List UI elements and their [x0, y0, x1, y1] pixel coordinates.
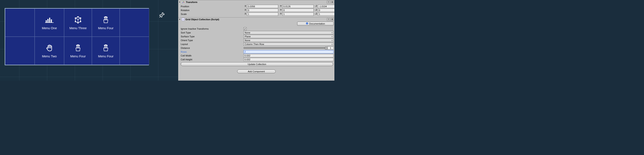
chevron-down-icon: ▾	[332, 32, 332, 34]
menu-one-label: Menu One	[42, 26, 57, 30]
svg-rect-4	[45, 22, 54, 23]
menu-cell-two[interactable]: Menu Two	[34, 37, 64, 65]
svg-point-33	[106, 45, 106, 45]
svg-point-23	[76, 45, 77, 46]
transform-icon	[182, 0, 185, 4]
grid-collection-header[interactable]: ▼ C# Grid Object Collection (Script) ? ⚙	[178, 17, 334, 21]
position-row: Position X Y Z	[181, 4, 334, 8]
rotation-row: Rotation X Y Z	[181, 8, 334, 12]
svg-rect-0	[46, 20, 47, 22]
help-button[interactable]: ?	[327, 18, 330, 21]
script-icon: C#	[182, 18, 184, 21]
transform-component: ▼ Transform ? ⚙ Position X Y Z	[178, 0, 334, 17]
position-label: Position	[181, 5, 243, 8]
distance-value[interactable]: 1	[328, 46, 334, 50]
scene-viewport[interactable]: Menu One Menu Three Menu Four Menu Two	[0, 0, 178, 81]
scale-x-input[interactable]	[247, 12, 278, 16]
rows-row: Rows	[181, 50, 334, 54]
slider-thumb[interactable]	[325, 47, 327, 49]
svg-point-34	[107, 45, 108, 46]
menu-cell-four-b[interactable]: Menu Four	[64, 37, 92, 65]
orient-type-value: None	[245, 39, 250, 42]
menu-cell-four-a[interactable]: Menu Four	[92, 8, 120, 37]
svg-rect-1	[48, 19, 48, 22]
distance-label: Distance	[181, 47, 243, 49]
svg-line-38	[182, 2, 183, 3]
svg-point-32	[105, 45, 106, 45]
update-collection-label: Update Collection	[248, 63, 266, 65]
cell-width-row: Cell Width	[181, 54, 334, 58]
rows-label: Rows	[181, 50, 243, 53]
position-x-input[interactable]	[247, 5, 278, 8]
sort-type-row: Sort Type None▾	[181, 31, 334, 34]
surface-type-value: Plane	[245, 35, 251, 38]
ignore-inactive-label: Ignore Inactive Transforms	[181, 27, 243, 30]
add-component-label: Add Component	[248, 70, 265, 73]
scale-row: Scale X Y Z	[181, 12, 334, 16]
distance-row: Distance 1	[181, 46, 334, 50]
scale-z-input[interactable]	[318, 12, 334, 16]
rotation-y-input[interactable]	[282, 8, 314, 12]
orient-type-label: Orient Type	[181, 39, 243, 42]
menu-cell-four-c[interactable]: Menu Four	[92, 37, 120, 65]
menu-cell-one[interactable]: Menu One	[34, 8, 64, 37]
menu-three-label: Menu Three	[70, 26, 87, 30]
orient-type-dropdown[interactable]: None▾	[244, 39, 334, 42]
svg-point-25	[78, 45, 79, 45]
update-collection-button[interactable]: Update Collection	[181, 62, 333, 66]
position-y-input[interactable]	[282, 5, 314, 8]
foldout-icon[interactable]: ▼	[179, 1, 181, 3]
axis-x-label: X	[244, 5, 246, 8]
transform-header[interactable]: ▼ Transform ? ⚙	[178, 0, 334, 4]
surface-type-dropdown[interactable]: Plane▾	[244, 35, 334, 38]
surface-type-row: Surface Type Plane▾	[181, 34, 334, 38]
documentation-button[interactable]: i Documentation	[297, 22, 334, 26]
surface-type-label: Surface Type	[181, 35, 243, 38]
menu-cell-blank-2	[120, 8, 149, 37]
pin-icon[interactable]	[159, 12, 165, 19]
hand-icon	[45, 44, 54, 52]
cell-height-label: Cell Height	[181, 58, 243, 61]
menu-cell-three[interactable]: Menu Three	[64, 8, 92, 37]
add-component-button[interactable]: Add Component	[237, 69, 276, 73]
menu-cell-blank-1	[5, 8, 34, 37]
svg-point-26	[79, 45, 80, 46]
foldout-icon[interactable]: ▼	[179, 18, 181, 20]
cell-height-row: Cell Height	[181, 58, 334, 61]
documentation-label: Documentation	[309, 22, 325, 25]
rotation-x-input[interactable]	[247, 8, 278, 12]
help-button[interactable]: ?	[327, 1, 330, 4]
cell-width-input[interactable]	[244, 54, 334, 57]
scale-label: Scale	[181, 13, 243, 15]
svg-rect-3	[51, 19, 52, 22]
grid-collection-title: Grid Object Collection (Script)	[186, 18, 326, 21]
distance-slider[interactable]	[244, 47, 326, 48]
layout-row: Layout Column Then Row▾	[181, 42, 334, 46]
cell-width-label: Cell Width	[181, 54, 243, 57]
orient-type-row: Orient Type None▾	[181, 38, 334, 42]
svg-point-7	[78, 16, 78, 17]
bar-chart-icon	[45, 15, 54, 24]
rotation-z-input[interactable]	[318, 8, 334, 12]
grid-collection-component: ▼ C# Grid Object Collection (Script) ? ⚙…	[178, 17, 334, 68]
rotation-label: Rotation	[181, 9, 243, 11]
menu-two-label: Menu Two	[42, 54, 57, 58]
settings-icon[interactable]: ⚙	[330, 18, 334, 21]
hand-mesh-icon	[74, 44, 82, 52]
ignore-inactive-checkbox[interactable]: ✔	[244, 27, 246, 30]
svg-point-8	[75, 21, 76, 22]
settings-icon[interactable]: ⚙	[330, 1, 334, 4]
cell-height-input[interactable]	[244, 58, 334, 61]
menu-four-b-label: Menu Four	[70, 54, 86, 58]
sort-type-value: None	[245, 31, 250, 34]
position-z-input[interactable]	[318, 5, 334, 8]
svg-point-18	[107, 17, 108, 17]
rows-input[interactable]	[244, 50, 334, 53]
svg-line-35	[160, 16, 161, 17]
layout-dropdown[interactable]: Column Then Row▾	[244, 42, 334, 46]
scale-y-input[interactable]	[282, 12, 314, 16]
layout-value: Column Then Row	[245, 43, 264, 45]
chevron-down-icon: ▾	[332, 43, 332, 45]
sort-type-dropdown[interactable]: None▾	[244, 31, 334, 34]
axis-y-label: Y	[279, 5, 282, 8]
